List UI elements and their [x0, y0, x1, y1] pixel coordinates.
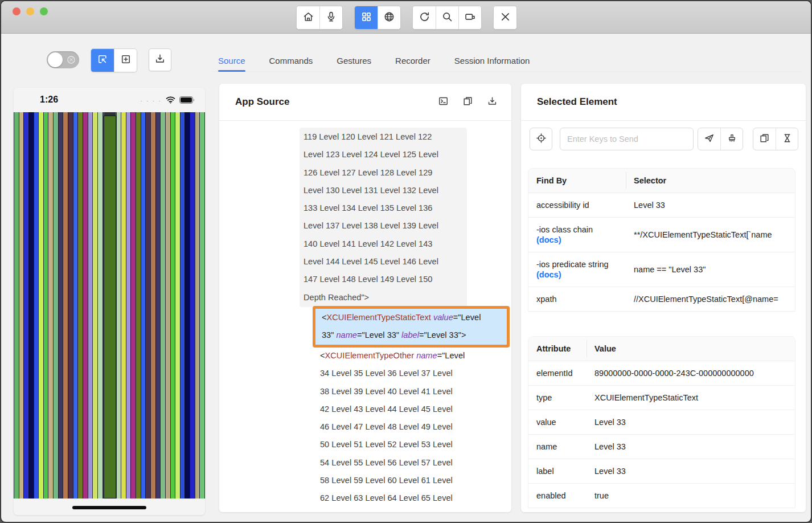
attribute-value: true: [587, 484, 795, 508]
source-token: XCUIElementTypeStaticText: [327, 313, 431, 322]
stripe: [130, 112, 136, 499]
stripe: [160, 112, 165, 499]
send-keys-input[interactable]: [560, 128, 694, 150]
refresh-button[interactable]: [413, 6, 436, 29]
stripe: [136, 112, 141, 499]
source-tree: 119 Level 120 Level 121 Level 122Level 1…: [219, 121, 511, 512]
appium-inspector-window: Source Commands Gestures Recorder Sessio…: [0, 0, 812, 523]
screenshot-mode-group: [91, 48, 137, 72]
battery-icon: [179, 96, 195, 106]
tab[interactable]: Gestures: [337, 50, 371, 71]
tab[interactable]: Recorder: [395, 50, 430, 71]
column-header-find-by: Find By: [528, 172, 626, 189]
video-camera-icon: [464, 11, 476, 25]
element-interaction-toggle[interactable]: [47, 51, 79, 68]
locate-element-button[interactable]: [530, 128, 552, 150]
send-keys-button[interactable]: [698, 128, 720, 150]
table-row: elementId 89000000-0000-0000-243C-000000…: [528, 361, 795, 386]
attribute-name: elementId: [528, 361, 587, 385]
stripe: [28, 112, 34, 499]
quit-session-button[interactable]: [494, 6, 516, 29]
home-button[interactable]: [297, 6, 319, 29]
stripe: [195, 112, 200, 499]
traffic-light[interactable]: [13, 7, 20, 15]
docs-link[interactable]: (docs): [536, 235, 622, 244]
find-by-table: Find By Selector accessibility id Level …: [528, 168, 795, 312]
copy-attributes-button[interactable]: [753, 128, 776, 150]
source-token: <: [320, 351, 325, 360]
source-text-line: 34 Level 35 Level 36 Level 37 Level: [320, 365, 508, 382]
locate-crosshair-icon: [536, 133, 547, 146]
column-header-value: Value: [587, 337, 795, 361]
stripe: [121, 112, 126, 499]
app-source-panel: App Source 119 Level 120 Level 121 Level…: [219, 84, 511, 512]
attribute-name: name: [528, 435, 587, 459]
tab[interactable]: Session Information: [454, 50, 530, 71]
selected-element-panel: Selected Element: [521, 84, 806, 512]
find-by-table-header: Find By Selector: [528, 169, 795, 193]
close-icon: [499, 11, 511, 25]
toolbar-group-nav: [296, 6, 343, 30]
selector-value: Level 33: [626, 193, 795, 217]
find-by-rows: accessibility id Level 33 -ios class cha…: [528, 193, 795, 311]
find-by-strategy: -ios class chain (docs): [528, 218, 626, 252]
titlebar: [1, 1, 811, 34]
column-header-attribute: Attribute: [528, 340, 587, 357]
source-text-line: 119 Level 120 Level 121 Level 122: [304, 128, 464, 146]
send-keys-icon: [704, 133, 715, 146]
traffic-light[interactable]: [26, 7, 34, 15]
source-node-parent-text[interactable]: 119 Level 120 Level 121 Level 122Level 1…: [300, 128, 467, 307]
wait-for-element-button[interactable]: [776, 128, 798, 150]
docs-link[interactable]: (docs): [536, 270, 622, 279]
stripe: [155, 112, 161, 499]
stripe: [38, 112, 43, 499]
selector-value: **/XCUIElementTypeStaticText[`name: [626, 223, 795, 247]
home-indicator: [72, 506, 146, 509]
microphone-button[interactable]: [319, 6, 342, 29]
stripe: [165, 112, 170, 499]
search-icon: [441, 11, 453, 25]
globe-button[interactable]: [378, 6, 400, 29]
download-source-icon[interactable]: [487, 96, 498, 109]
stripe: [184, 112, 190, 499]
stripe: [145, 112, 150, 499]
source-text-line: 58 Level 59 Level 60 Level 61 Level: [320, 472, 508, 489]
source-node-other[interactable]: <XCUIElementTypeOther name="Level 34 Lev…: [320, 347, 508, 508]
microphone-icon: [325, 11, 337, 25]
download-screenshot-button[interactable]: [149, 48, 171, 71]
stripe: [77, 112, 83, 499]
source-token: name: [416, 351, 437, 360]
toggle-knob: [48, 52, 63, 67]
device-screenshot-mirror[interactable]: 1:26 · · · ·: [14, 88, 205, 515]
source-text-line: 42 Level 43 Level 44 Level 45 Level: [320, 401, 508, 418]
stripe: [190, 112, 195, 499]
source-node-other-tag-line: <XCUIElementTypeOther name="Level: [320, 347, 508, 365]
stripe: [116, 112, 121, 499]
source-token: ="Level: [437, 351, 465, 360]
source-node-selected[interactable]: <XCUIElementTypeStaticText value="Level3…: [313, 306, 510, 348]
send-keys-group: [698, 128, 743, 150]
stripe: [68, 112, 73, 499]
game-center-column: [103, 112, 116, 499]
tab[interactable]: Commands: [269, 50, 313, 71]
tab[interactable]: Source: [218, 50, 245, 71]
select-element-mode-button[interactable]: [91, 49, 114, 72]
mode-tabs: Source Commands Gestures Recorder Sessio…: [212, 50, 803, 72]
tap-by-coordinates-button[interactable]: [114, 49, 137, 72]
search-button[interactable]: [436, 6, 458, 29]
table-row: enabled true: [528, 484, 795, 508]
terminal-icon[interactable]: [438, 96, 449, 109]
selected-element-header: Selected Element: [521, 84, 806, 121]
grid-view-button[interactable]: [355, 6, 378, 29]
tap-by-coordinates-icon: [120, 54, 132, 67]
selector-value: name == "Level 33": [626, 258, 795, 281]
stripe: [73, 112, 78, 499]
source-text-line: 46 Level 47 Level 48 Level 49 Level: [320, 418, 508, 436]
clear-button[interactable]: [720, 128, 743, 150]
record-video-button[interactable]: [458, 6, 481, 29]
traffic-light[interactable]: [40, 7, 48, 15]
stripe: [14, 112, 19, 499]
stripe: [23, 112, 28, 499]
stripe: [150, 112, 155, 499]
copy-icon[interactable]: [462, 96, 473, 109]
